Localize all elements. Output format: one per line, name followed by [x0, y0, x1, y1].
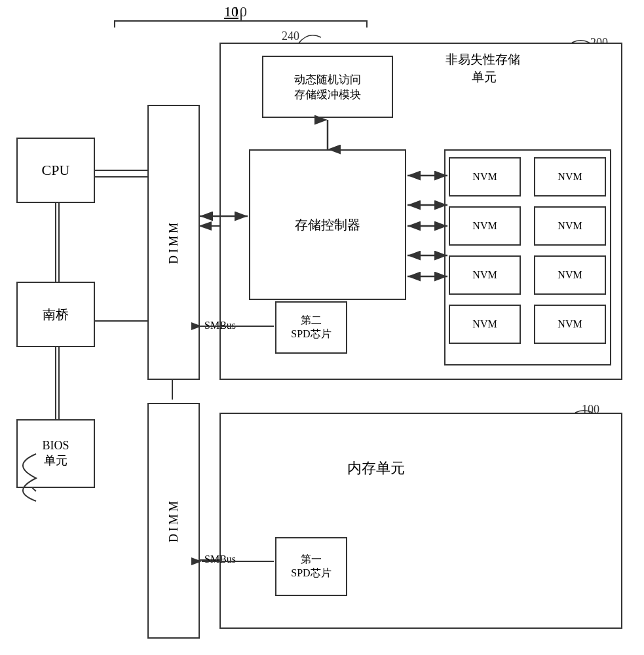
dram-buffer-label: 动态随机访问存储缓冲模块	[294, 72, 361, 102]
dram-buffer-box: 动态随机访问存储缓冲模块	[262, 56, 393, 118]
smbus-bottom-label: SMBus	[204, 553, 236, 565]
cpu-box: CPU	[16, 138, 95, 203]
nvm-r4c2: NVM	[534, 305, 606, 344]
nvm-r1c1: NVM	[449, 157, 521, 196]
dimm-top-box: DIMM	[147, 105, 200, 380]
nvm-unit-label: 非易失性存储	[445, 51, 520, 68]
nvm-r1c2: NVM	[534, 157, 606, 196]
diagram: 10 10 200 240 210 220 230 300 100 110 CP…	[0, 0, 644, 655]
south-bridge-box: 南桥	[16, 282, 95, 347]
bios-label: BIOS单元	[42, 439, 69, 468]
nvm-r3c2: NVM	[534, 255, 606, 295]
bios-box: BIOS单元	[16, 419, 95, 488]
nvm-unit-label2: 单元	[472, 69, 497, 86]
memory-unit-label: 内存单元	[347, 458, 405, 478]
memory-unit-border	[219, 413, 622, 629]
nvm-r2c1: NVM	[449, 206, 521, 246]
smbus-top-label: SMBus	[204, 320, 236, 331]
first-spd-box: 第一SPD芯片	[275, 537, 347, 596]
dimm-bottom-box: DIMM	[147, 403, 200, 639]
cpu-label: CPU	[42, 162, 70, 179]
dimm-bottom-label: DIMM	[167, 498, 181, 542]
memory-controller-label: 存储控制器	[295, 216, 360, 234]
nvm-r2c2: NVM	[534, 206, 606, 246]
nvm-r4c1: NVM	[449, 305, 521, 344]
first-spd-label: 第一SPD芯片	[291, 553, 331, 580]
ref-10-underline: 10	[224, 3, 238, 20]
nvm-r3c1: NVM	[449, 255, 521, 295]
south-bridge-label: 南桥	[43, 306, 69, 324]
memory-controller-box: 存储控制器	[249, 149, 406, 300]
second-spd-box: 第二SPD芯片	[275, 301, 347, 354]
dimm-top-label: DIMM	[167, 220, 181, 264]
second-spd-label: 第二SPD芯片	[291, 314, 331, 341]
